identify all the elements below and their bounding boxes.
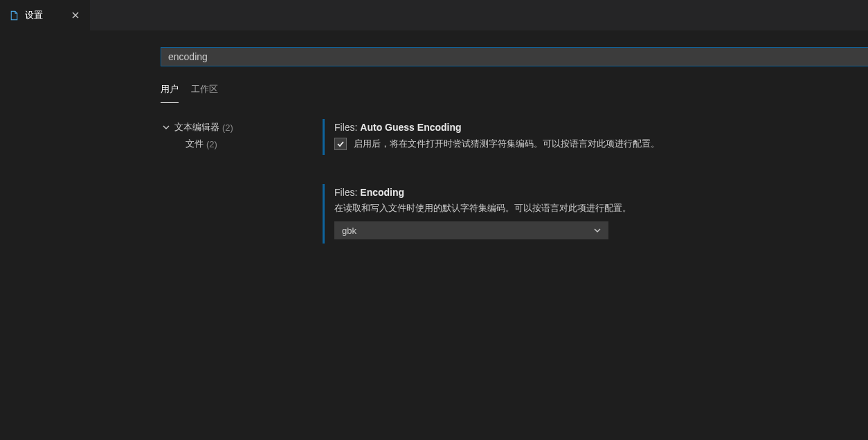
settings-body: 文本编辑器 (2) 文件 (2) Files: Auto Guess Encod…: [161, 119, 868, 273]
tree-count: (2): [206, 139, 217, 149]
setting-row: 启用后，将在文件打开时尝试猜测字符集编码。可以按语言对此项进行配置。: [334, 137, 868, 151]
close-icon[interactable]: [69, 9, 82, 21]
tabbar-empty: [90, 0, 868, 30]
search-wrap: [161, 47, 868, 66]
chevron-down-icon: [593, 226, 602, 235]
settings-tree: 文本编辑器 (2) 文件 (2): [161, 119, 323, 273]
tree-count: (2): [222, 122, 233, 133]
tree-label: 文件: [186, 138, 204, 150]
setting-auto-guess-encoding: Files: Auto Guess Encoding 启用后，将在文件打开时尝试…: [323, 119, 868, 155]
scope-tab-workspace[interactable]: 工作区: [191, 79, 218, 103]
setting-desc: 在读取和写入文件时使用的默认字符集编码。可以按语言对此项进行配置。: [334, 202, 868, 214]
setting-prefix: Files:: [334, 122, 360, 133]
setting-title: Files: Auto Guess Encoding: [334, 122, 868, 133]
setting-prefix: Files:: [334, 187, 360, 198]
encoding-select[interactable]: gbk: [334, 221, 608, 239]
chevron-down-icon: [161, 123, 172, 131]
settings-editor: 用户 工作区 文本编辑器 (2) 文件 (2) Files: Auto Gues…: [0, 30, 868, 273]
file-icon: [8, 10, 19, 21]
settings-list: Files: Auto Guess Encoding 启用后，将在文件打开时尝试…: [323, 119, 868, 273]
setting-name: Auto Guess Encoding: [360, 122, 461, 133]
tree-item-files[interactable]: 文件 (2): [161, 136, 323, 152]
checkbox-auto-guess[interactable]: [334, 138, 347, 150]
setting-title: Files: Encoding: [334, 187, 868, 198]
tree-item-text-editor[interactable]: 文本编辑器 (2): [161, 119, 323, 136]
tab-settings[interactable]: 设置: [0, 0, 90, 30]
scope-tabs: 用户 工作区: [161, 79, 868, 104]
select-value: gbk: [342, 226, 356, 236]
search-input[interactable]: [161, 47, 868, 66]
setting-name: Encoding: [360, 187, 404, 198]
setting-desc: 启用后，将在文件打开时尝试猜测字符集编码。可以按语言对此项进行配置。: [354, 137, 660, 151]
tabbar: 设置: [0, 0, 868, 30]
scope-tab-user[interactable]: 用户: [161, 79, 179, 103]
setting-encoding: Files: Encoding 在读取和写入文件时使用的默认字符集编码。可以按语…: [323, 184, 868, 244]
tree-label: 文本编辑器: [174, 121, 219, 134]
tab-title: 设置: [25, 9, 64, 21]
